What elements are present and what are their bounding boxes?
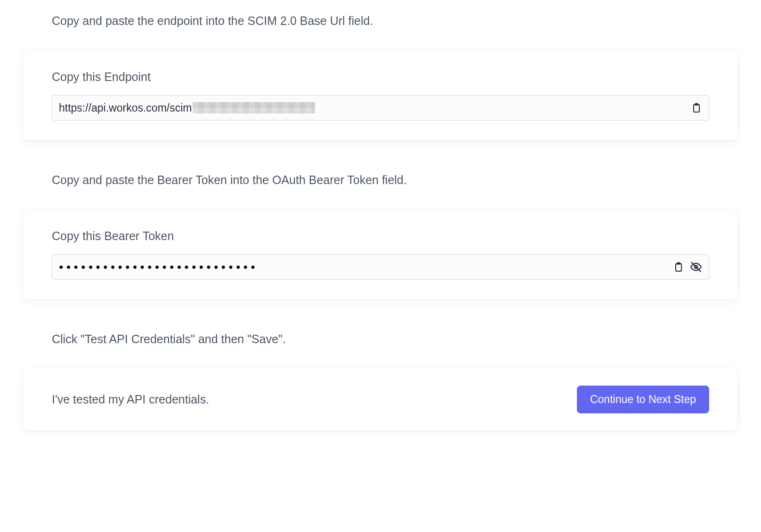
instruction-test-api: Click "Test API Credentials" and then "S…: [24, 332, 737, 346]
confirm-card: I've tested my API credentials. Continue…: [24, 369, 737, 430]
toggle-visibility-button[interactable]: [690, 261, 702, 273]
endpoint-card: Copy this Endpoint https://api.workos.co…: [24, 50, 737, 140]
continue-button[interactable]: Continue to Next Step: [577, 386, 709, 413]
svg-rect-1: [676, 264, 681, 271]
copy-bearer-token-button[interactable]: [673, 261, 684, 273]
endpoint-icons: [691, 102, 702, 113]
instruction-endpoint: Copy and paste the endpoint into the SCI…: [24, 14, 737, 28]
bearer-token-icons: [673, 261, 702, 273]
bearer-token-input-container: ●●●●●●●●●●●●●●●●●●●●●●●●●●●: [52, 254, 709, 280]
bearer-token-label: Copy this Bearer Token: [52, 229, 709, 243]
copy-endpoint-button[interactable]: [691, 102, 702, 113]
endpoint-value[interactable]: https://api.workos.com/scim: [59, 102, 691, 114]
clipboard-icon: [691, 102, 702, 113]
clipboard-icon: [673, 261, 684, 273]
endpoint-redacted: [193, 102, 315, 113]
svg-rect-0: [694, 105, 699, 112]
confirm-text: I've tested my API credentials.: [52, 393, 209, 406]
endpoint-label: Copy this Endpoint: [52, 70, 709, 84]
eye-off-icon: [690, 261, 702, 273]
instruction-bearer-token: Copy and paste the Bearer Token into the…: [24, 173, 737, 187]
endpoint-input-container: https://api.workos.com/scim: [52, 95, 709, 121]
bearer-token-value[interactable]: ●●●●●●●●●●●●●●●●●●●●●●●●●●●: [59, 263, 673, 271]
endpoint-value-text: https://api.workos.com/scim: [59, 102, 192, 114]
bearer-token-card: Copy this Bearer Token ●●●●●●●●●●●●●●●●●…: [24, 210, 737, 299]
